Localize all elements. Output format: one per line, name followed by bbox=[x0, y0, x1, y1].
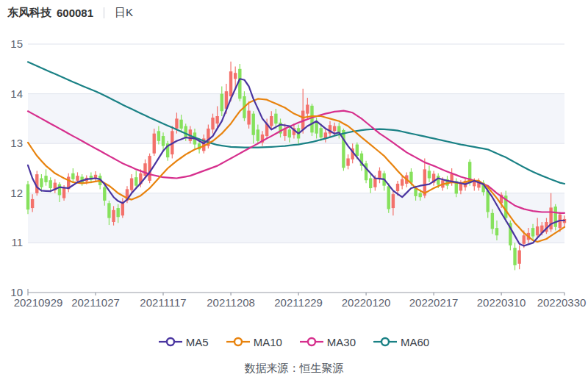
plot-band bbox=[28, 94, 564, 144]
candle-body-down bbox=[274, 114, 277, 124]
ma30-legend-marker-icon bbox=[300, 336, 323, 348]
candle-body-down bbox=[310, 106, 313, 133]
candle-body-down bbox=[356, 145, 359, 157]
ma60-legend-marker-icon bbox=[373, 336, 397, 348]
x-axis-tick-label: 20211208 bbox=[207, 296, 255, 309]
candle-body-up bbox=[175, 118, 178, 129]
candle-body-up bbox=[211, 118, 214, 129]
candle-body-down bbox=[342, 130, 345, 168]
candle-body-down bbox=[49, 180, 51, 188]
legend-item-ma5[interactable]: MA5 bbox=[159, 336, 209, 348]
candle-body-down bbox=[554, 207, 557, 227]
candle-body-up bbox=[306, 104, 309, 113]
kline-screen: 东风科技 600081 日K 1514131211102021092920211… bbox=[0, 0, 588, 380]
y-axis-tick-label: 11 bbox=[11, 236, 23, 248]
candle-body-down bbox=[428, 171, 431, 178]
candle-body-up bbox=[148, 156, 151, 181]
candle-body-down bbox=[531, 228, 534, 236]
candle-body-up bbox=[153, 134, 156, 154]
candle-body-up bbox=[130, 179, 133, 190]
candle-body-down bbox=[513, 248, 516, 265]
candle-body-up bbox=[401, 179, 404, 186]
candle-body-down bbox=[40, 179, 43, 187]
candle-body-down bbox=[387, 186, 390, 209]
data-source-note: 数据来源：恒生聚源 bbox=[0, 362, 588, 376]
candle-body-down bbox=[71, 173, 74, 179]
legend-label: MA5 bbox=[186, 336, 209, 348]
ma5-legend-marker-icon bbox=[159, 336, 182, 348]
candle-body-down bbox=[419, 193, 422, 197]
candle-body-up bbox=[270, 116, 273, 126]
candle-body-up bbox=[121, 202, 124, 215]
candle-body-down bbox=[252, 114, 255, 135]
candle-body-down bbox=[437, 176, 440, 184]
legend-item-ma30[interactable]: MA30 bbox=[300, 336, 356, 348]
y-axis-tick-label: 14 bbox=[10, 87, 23, 100]
x-axis-tick-label: 20220330 bbox=[537, 296, 587, 309]
candle-body-up bbox=[396, 184, 399, 191]
candle-body-down bbox=[44, 176, 47, 182]
candle-body-down bbox=[179, 120, 182, 129]
candle-body-down bbox=[162, 136, 165, 146]
x-axis-tick-label: 20210929 bbox=[14, 296, 63, 309]
y-axis-tick-label: 13 bbox=[10, 137, 23, 149]
candle-body-up bbox=[459, 183, 462, 190]
candle-body-up bbox=[112, 210, 115, 222]
candle-body-down bbox=[320, 128, 323, 137]
legend-label: MA30 bbox=[327, 336, 356, 348]
candle-body-down bbox=[116, 208, 119, 217]
candle-body-down bbox=[107, 203, 110, 218]
y-axis-tick-label: 15 bbox=[10, 37, 23, 50]
x-axis-tick-label: 20211027 bbox=[71, 296, 120, 309]
candle-body-up bbox=[31, 199, 34, 208]
candle-body-down bbox=[257, 129, 259, 141]
candle-body-down bbox=[26, 184, 29, 209]
x-axis-tick-label: 20211229 bbox=[274, 296, 323, 309]
candle-body-down bbox=[369, 179, 372, 189]
candle-body-up bbox=[62, 188, 65, 198]
candle-body-down bbox=[288, 129, 291, 137]
candle-body-up bbox=[536, 226, 539, 235]
candle-body-up bbox=[333, 126, 336, 132]
candle-body-up bbox=[346, 158, 349, 165]
x-axis-tick-label: 20220217 bbox=[409, 296, 459, 309]
candle-body-up bbox=[234, 73, 237, 79]
candle-body-down bbox=[135, 177, 137, 185]
candle-body-down bbox=[238, 69, 241, 99]
candle-body-up bbox=[392, 194, 395, 208]
candle-body-up bbox=[523, 235, 526, 243]
candle-body-down bbox=[487, 190, 490, 212]
candle-body-up bbox=[517, 251, 520, 264]
candle-body-down bbox=[103, 187, 106, 201]
candle-body-down bbox=[220, 94, 223, 112]
ma10-legend-marker-icon bbox=[226, 336, 250, 348]
legend-item-ma60[interactable]: MA60 bbox=[373, 336, 429, 348]
legend-label: MA60 bbox=[401, 336, 429, 348]
x-axis-tick-label: 20220310 bbox=[477, 296, 526, 309]
candle-body-down bbox=[58, 184, 61, 196]
candle-body-up bbox=[215, 116, 218, 123]
kline-chart-canvas[interactable]: 1514131211102021092920211027202111172021… bbox=[0, 0, 588, 320]
chart-legend: MA5MA10MA30MA60 bbox=[0, 332, 588, 351]
legend-label: MA10 bbox=[254, 336, 282, 348]
candle-body-up bbox=[229, 71, 232, 96]
legend-item-ma10[interactable]: MA10 bbox=[226, 336, 282, 348]
candle-body-down bbox=[409, 172, 412, 183]
candle-body-down bbox=[184, 126, 187, 138]
y-axis-tick-label: 12 bbox=[10, 187, 23, 199]
candle-body-down bbox=[495, 228, 498, 235]
candle-body-up bbox=[76, 176, 79, 181]
x-axis-tick-label: 20220120 bbox=[342, 296, 391, 309]
candle-body-down bbox=[157, 131, 160, 141]
candle-body-up bbox=[373, 179, 376, 187]
candle-body-down bbox=[491, 213, 494, 229]
candle-body-up bbox=[247, 111, 250, 125]
x-axis-tick-label: 20211117 bbox=[140, 296, 186, 309]
